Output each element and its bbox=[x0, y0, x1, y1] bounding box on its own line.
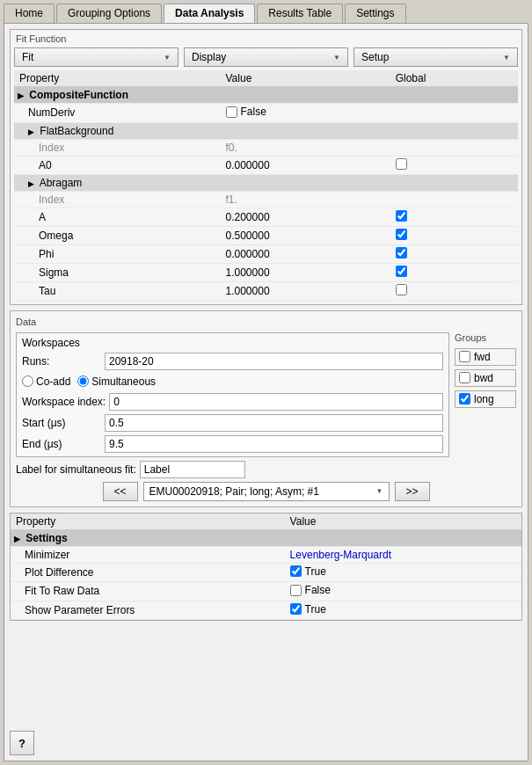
main-container: Home Grouping Options Data Analysis Resu… bbox=[0, 0, 532, 765]
bottom-properties-section: Property Value ▶ Settings Minimizer bbox=[10, 513, 522, 622]
co-add-radio[interactable] bbox=[22, 375, 33, 387]
table-row: Omega 0.500000 bbox=[14, 226, 518, 244]
phi-global-checkbox[interactable] bbox=[396, 247, 407, 259]
help-button[interactable]: ? bbox=[10, 731, 34, 755]
table-row: Minimizer Levenberg-Marquardt bbox=[11, 546, 521, 563]
plot-diff-value: True bbox=[290, 565, 326, 578]
table-row: A 0.200000 bbox=[14, 208, 518, 226]
bottom-prop-table: Property Value ▶ Settings Minimizer bbox=[11, 514, 521, 621]
minimizer-value: Levenberg-Marquardt bbox=[290, 549, 391, 561]
workspace-index-input[interactable] bbox=[109, 393, 443, 411]
table-row: Sigma 1.000000 bbox=[14, 263, 518, 281]
table-row: NumDeriv False bbox=[14, 104, 518, 123]
table-row: ▶ CompositeFunction bbox=[14, 87, 518, 104]
group-bwd: bwd bbox=[455, 369, 516, 387]
table-row: ▶ Abragam bbox=[14, 174, 518, 191]
prev-button[interactable]: << bbox=[103, 482, 138, 501]
fit-dropdown-arrow: ▼ bbox=[164, 54, 171, 62]
co-add-option: Co-add bbox=[22, 375, 70, 388]
bottom-col-value: Value bbox=[285, 514, 521, 530]
end-row: End (μs) bbox=[22, 435, 443, 453]
tab-data-analysis[interactable]: Data Analysis bbox=[164, 4, 255, 23]
collapse-triangle[interactable]: ▶ bbox=[18, 91, 24, 100]
tau-global-checkbox[interactable] bbox=[396, 284, 407, 295]
fit-raw-value: False bbox=[290, 584, 331, 596]
runs-input[interactable] bbox=[105, 353, 443, 370]
table-row: Index f1. bbox=[14, 191, 518, 208]
sigma-global-checkbox[interactable] bbox=[396, 266, 407, 277]
workspace-index-label: Workspace index: bbox=[22, 396, 106, 408]
tab-results-table[interactable]: Results Table bbox=[257, 4, 343, 23]
nav-dropdown[interactable]: EMU00020918; Pair; long; Asym; #1 ▼ bbox=[143, 482, 390, 501]
bottom-col-property: Property bbox=[11, 514, 285, 530]
table-row: Plot Difference True bbox=[11, 563, 521, 582]
bwd-checkbox[interactable] bbox=[459, 372, 470, 383]
group-long: long bbox=[455, 390, 516, 408]
radio-group: Co-add Simultaneous bbox=[22, 374, 443, 390]
fit-function-toolbar: Fit ▼ Display ▼ Setup ▼ bbox=[14, 47, 518, 67]
long-checkbox[interactable] bbox=[459, 393, 470, 404]
col-header-global: Global bbox=[390, 70, 518, 87]
table-row: Show Parameter Errors True bbox=[11, 601, 521, 620]
runs-label: Runs: bbox=[22, 355, 101, 368]
fit-raw-checkbox[interactable] bbox=[290, 585, 302, 596]
setup-dropdown-button[interactable]: Setup ▼ bbox=[353, 47, 518, 67]
flatbg-triangle[interactable]: ▶ bbox=[28, 128, 34, 136]
table-row: Index f0. bbox=[14, 139, 518, 156]
data-section-title: Data bbox=[16, 317, 516, 327]
content-area: Fit Function Fit ▼ Display ▼ Setup ▼ bbox=[4, 23, 528, 761]
start-label: Start (μs) bbox=[22, 417, 101, 429]
numderiv-checkbox[interactable] bbox=[226, 106, 237, 118]
simultaneous-label-text: Label for simultaneous fit: bbox=[16, 463, 136, 476]
simultaneous-radio[interactable] bbox=[77, 375, 89, 387]
table-row: A0 0.000000 bbox=[14, 156, 518, 174]
show-param-errors-value: True bbox=[290, 603, 326, 616]
simultaneous-label-input[interactable] bbox=[140, 461, 245, 478]
tab-home[interactable]: Home bbox=[4, 4, 55, 23]
table-row: Fit To Raw Data False bbox=[11, 582, 521, 601]
plot-diff-checkbox[interactable] bbox=[290, 565, 302, 577]
omega-global-checkbox[interactable] bbox=[396, 229, 407, 240]
display-dropdown-arrow: ▼ bbox=[333, 54, 340, 62]
setup-dropdown-arrow: ▼ bbox=[503, 54, 510, 62]
display-dropdown-button[interactable]: Display ▼ bbox=[184, 47, 348, 67]
workspace-index-row: Workspace index: bbox=[22, 393, 443, 411]
next-button[interactable]: >> bbox=[395, 482, 430, 501]
a0-global-checkbox[interactable] bbox=[396, 158, 407, 170]
start-input[interactable] bbox=[105, 414, 443, 432]
end-label: End (μs) bbox=[22, 438, 101, 450]
a-global-checkbox[interactable] bbox=[396, 210, 407, 222]
group-fwd: fwd bbox=[455, 348, 516, 366]
help-btn-container: ? bbox=[10, 725, 522, 755]
tab-bar: Home Grouping Options Data Analysis Resu… bbox=[0, 0, 532, 23]
abragam-triangle[interactable]: ▶ bbox=[28, 179, 34, 188]
workspaces-panel: Workspaces Runs: Co-add Simultaneous bbox=[16, 332, 449, 457]
fit-function-section: Fit Function Fit ▼ Display ▼ Setup ▼ bbox=[10, 29, 522, 305]
col-header-property: Property bbox=[14, 70, 221, 87]
start-row: Start (μs) bbox=[22, 414, 443, 432]
end-input[interactable] bbox=[105, 435, 443, 453]
navigation-row: << EMU00020918; Pair; long; Asym; #1 ▼ >… bbox=[16, 482, 516, 501]
groups-panel: Groups fwd bwd long bbox=[455, 332, 516, 457]
simultaneous-label-row: Label for simultaneous fit: bbox=[16, 461, 516, 478]
nav-dropdown-arrow: ▼ bbox=[376, 487, 383, 495]
table-row: ▶ FlatBackground bbox=[14, 122, 518, 139]
tab-grouping-options[interactable]: Grouping Options bbox=[56, 4, 162, 23]
table-row: Tau 1.000000 bbox=[14, 281, 518, 300]
data-inner: Workspaces Runs: Co-add Simultaneous bbox=[16, 332, 516, 457]
nav-current-label: EMU00020918; Pair; long; Asym; #1 bbox=[149, 485, 319, 498]
runs-row: Runs: bbox=[22, 353, 443, 370]
fit-dropdown-button[interactable]: Fit ▼ bbox=[14, 47, 179, 67]
numderiv-value: False bbox=[226, 106, 266, 118]
spacer bbox=[10, 626, 522, 720]
groups-label: Groups bbox=[455, 332, 516, 343]
table-row: Phi 0.000000 bbox=[14, 244, 518, 263]
workspaces-label: Workspaces bbox=[22, 337, 443, 349]
show-param-errors-checkbox[interactable] bbox=[290, 603, 302, 615]
data-section: Data Workspaces Runs: Co-add bbox=[10, 310, 522, 507]
settings-triangle[interactable]: ▶ bbox=[14, 535, 20, 543]
fwd-checkbox[interactable] bbox=[459, 351, 470, 362]
fit-function-table: Property Value Global ▶ CompositeFunctio… bbox=[14, 70, 518, 301]
tab-settings[interactable]: Settings bbox=[345, 4, 405, 23]
table-row: ▶ Settings bbox=[11, 529, 521, 546]
